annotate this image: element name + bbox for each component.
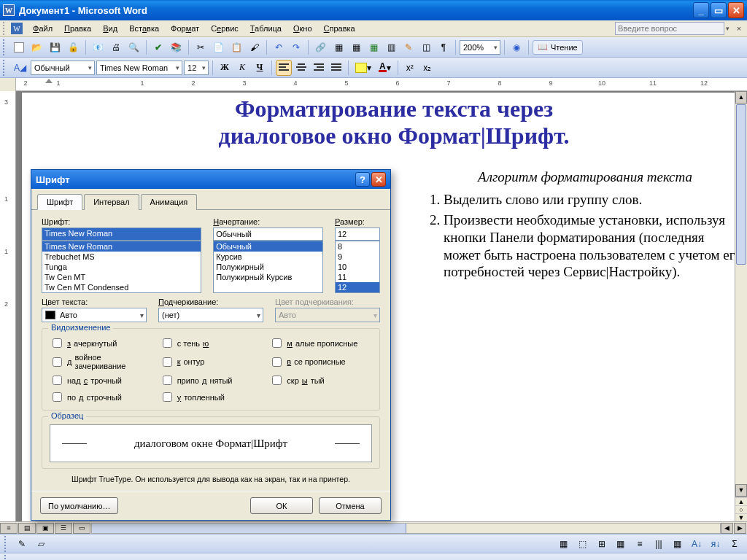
paste-button[interactable]: 📋 [228,39,245,55]
align-justify-button[interactable] [328,60,344,76]
save-button[interactable]: 💾 [47,39,63,55]
list-item[interactable]: 12 [336,282,379,292]
menu-close-button[interactable]: × [734,24,744,33]
font-color-combo[interactable]: Авто [42,308,147,322]
hscroll-thumb[interactable] [92,524,406,533]
list-item[interactable]: 11 [336,272,379,282]
dialog-help-button[interactable]: ? [355,172,370,187]
view-print-button[interactable]: ▣ [36,523,54,534]
autosum-button[interactable]: Σ [727,536,743,552]
bold-button[interactable]: Ж [217,60,233,76]
permission-button[interactable]: 🔓 [65,39,82,55]
distribute-rows-button[interactable]: ≡ [632,536,648,552]
excel-button[interactable]: ▦ [365,39,382,55]
cancel-button[interactable]: Отмена [319,497,382,514]
view-web-button[interactable]: ▤ [18,523,36,534]
maximize-button[interactable]: ▭ [711,2,727,18]
menu-table[interactable]: Таблица [244,22,287,35]
cb-smallcaps[interactable]: малые прописные [269,336,372,350]
align-center-button[interactable] [293,60,309,76]
list-item[interactable]: Tw Cen MT [42,272,201,282]
underline-button[interactable]: Ч [252,60,268,76]
spellcheck-button[interactable]: ✔ [150,39,166,55]
reading-mode-button[interactable]: 📖 Чтение [533,40,583,55]
list-item[interactable]: Полужирный Курсив [214,272,322,282]
hscroll-left-button[interactable]: ◀ [721,523,733,534]
tab-animation[interactable]: Анимация [141,194,198,210]
minimize-button[interactable]: _ [693,2,709,18]
align-right-button[interactable] [311,60,327,76]
tables-borders-button[interactable]: ▦ [330,39,347,55]
distribute-cols-button[interactable]: ||| [651,536,667,552]
columns-button[interactable]: ▥ [383,39,399,55]
menu-help[interactable]: Справка [318,22,361,35]
autoformat-button[interactable]: ▦ [670,536,686,552]
cb-superscript[interactable]: надстрочный [50,373,152,387]
vertical-scrollbar[interactable]: ▲ ▼ ▲ ○ ▼ [735,91,747,521]
scroll-thumb[interactable] [736,104,746,265]
ask-dropdown-icon[interactable]: ▾ [726,25,729,32]
draw-table-button[interactable]: ✎ [14,536,30,552]
styles-pane-button[interactable]: A◢ [11,60,29,76]
copy-button[interactable]: 📄 [210,39,227,55]
italic-button[interactable]: К [234,60,250,76]
view-normal-button[interactable]: ≡ [0,523,18,534]
fontsize-combo[interactable]: 12 [184,61,209,75]
drawing-button[interactable]: ✎ [400,39,417,55]
align-left-button[interactable] [276,60,292,76]
new-doc-button[interactable] [11,39,27,55]
menu-format[interactable]: Формат [165,22,205,35]
font-combo[interactable]: Times New Roman [96,61,182,75]
cb-dblstrike[interactable]: двойное зачеркивание [50,353,152,370]
cb-outline[interactable]: контур [160,353,263,370]
format-painter-button[interactable]: 🖌 [247,39,263,55]
dialog-titlebar[interactable]: Шрифт ? ✕ [31,170,390,189]
merge-cells-button[interactable]: ⬚ [575,536,591,552]
dialog-close-button[interactable]: ✕ [371,172,386,187]
indent-marker[interactable] [45,79,53,83]
menu-edit[interactable]: Правка [58,22,97,35]
list-item[interactable]: Trebuchet MS [42,252,201,262]
next-page-button[interactable]: ▼ [735,513,747,521]
font-name-input[interactable]: Times New Roman [42,228,201,241]
list-item[interactable]: 10 [336,262,379,272]
list-item[interactable]: Tw Cen MT Condensed [42,282,201,292]
show-marks-button[interactable]: ¶ [436,39,452,55]
highlight-button[interactable]: ▾ [352,60,374,76]
insert-table-button[interactable]: ▦ [348,39,364,55]
cb-engrave[interactable]: утопленный [160,390,263,404]
list-item[interactable]: Tunga [42,262,201,272]
list-item[interactable]: Times New Roman [42,241,201,252]
toolbar-grip[interactable] [3,22,8,35]
print-preview-button[interactable]: 🔍 [125,39,142,55]
cb-hidden[interactable]: скрытый [269,373,372,387]
redo-button[interactable]: ↷ [288,39,304,55]
research-button[interactable]: 📚 [168,39,185,55]
subscript-button[interactable]: x₂ [419,60,436,76]
horizontal-ruler[interactable]: 2 1 1 2 3 4 5 6 7 8 9 10 11 12 [0,78,747,91]
undo-button[interactable]: ↶ [271,39,287,55]
font-name-list[interactable]: Times New Roman Trebuchet MS Tunga Tw Ce… [42,241,201,293]
vertical-ruler[interactable]: 3 1 1 2 [0,91,16,521]
default-button[interactable]: По умолчанию… [40,497,118,514]
scroll-up-button[interactable]: ▲ [735,91,747,104]
toolbar-grip[interactable] [4,536,9,552]
menu-tools[interactable]: Сервис [205,22,244,35]
menu-view[interactable]: Вид [97,22,123,35]
font-size-list[interactable]: 8 9 10 11 12 [335,241,380,293]
cut-button[interactable]: ✂ [193,39,209,55]
list-item[interactable]: 9 [336,252,379,262]
menu-window[interactable]: Окно [287,22,318,35]
sort-asc-button[interactable]: A↓ [689,536,705,552]
view-reading-button[interactable]: ▭ [73,523,90,534]
list-item[interactable]: Обычный [214,241,322,252]
split-cells-button[interactable]: ⊞ [594,536,610,552]
help-button[interactable]: ◉ [508,39,525,55]
cb-allcaps[interactable]: все прописные [269,353,372,370]
toolbar-grip[interactable] [3,39,7,55]
cb-emboss[interactable]: приподнятый [160,373,263,387]
underline-style-combo[interactable]: (нет) [158,308,263,322]
tab-spacing[interactable]: Интервал [84,194,139,210]
scroll-down-button[interactable]: ▼ [735,484,747,497]
cb-subscript[interactable]: подстрочный [50,390,152,404]
